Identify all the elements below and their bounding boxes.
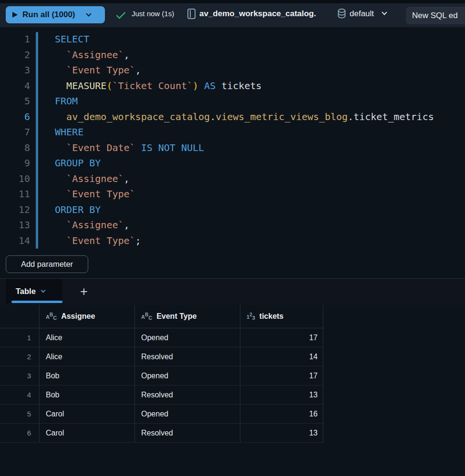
table-cell[interactable]: Alice	[40, 347, 135, 366]
catalog-selector[interactable]: av_demo_workspace_catalog.	[199, 9, 316, 19]
results-table: ABCAssigneeABCEvent Type123tickets 1Alic…	[0, 305, 324, 443]
table-cell[interactable]: Bob	[40, 366, 135, 385]
line-number: 11	[0, 186, 30, 202]
line-number: 5	[0, 93, 30, 109]
table-row: 2AliceResolved14	[0, 347, 324, 366]
table-cell[interactable]: Opened	[135, 366, 240, 385]
line-number: 10	[0, 171, 30, 187]
line-number: 12	[0, 202, 30, 218]
table-cell[interactable]: Opened	[135, 328, 240, 347]
line-number: 6	[0, 109, 30, 125]
run-all-label: Run all (1000)	[22, 10, 75, 20]
table-row: 5CarolOpened16	[0, 405, 324, 424]
table-cell[interactable]: 17	[240, 328, 323, 347]
column-header-label: Event Type	[156, 312, 196, 321]
add-parameter-button[interactable]: Add parameter	[6, 255, 88, 273]
column-header-label: Assignee	[61, 312, 95, 321]
row-number-cell[interactable]: 3	[0, 366, 40, 385]
table-body: 1AliceOpened172AliceResolved143BobOpened…	[0, 328, 324, 443]
line-number: 4	[0, 78, 30, 94]
execution-indicator-bar	[36, 32, 38, 249]
code-line[interactable]: `Assignee`,	[55, 217, 434, 233]
table-cell[interactable]: Alice	[40, 328, 135, 347]
chevron-down-icon[interactable]	[41, 288, 45, 293]
table-row: 4BobResolved13	[0, 385, 324, 405]
string-type-icon: ABC	[46, 312, 57, 321]
table-cell[interactable]: 13	[240, 385, 323, 404]
code-line[interactable]: `Event Type`;	[55, 233, 434, 249]
tab-table-label: Table	[16, 287, 36, 296]
code-line[interactable]: FROM	[55, 93, 434, 109]
toolbar: Run all (1000) Just now (1s) av_demo_wor…	[0, 0, 465, 27]
table-cell[interactable]: Carol	[40, 424, 135, 442]
table-cell[interactable]: Carol	[40, 405, 135, 423]
table-cell[interactable]: Resolved	[135, 385, 240, 404]
table-header-row: ABCAssigneeABCEvent Type123tickets	[0, 305, 324, 328]
row-number-cell[interactable]: 5	[0, 405, 40, 423]
line-number: 1	[0, 31, 30, 47]
code-line[interactable]: `Assignee`,	[55, 171, 434, 187]
table-row: 1AliceOpened17	[0, 328, 324, 347]
column-header[interactable]: ABCAssignee	[40, 305, 135, 328]
code-line[interactable]: `Event Date` IS NOT NULL	[55, 140, 434, 156]
column-header[interactable]: ABCEvent Type	[135, 305, 240, 328]
table-cell[interactable]: 14	[240, 347, 323, 366]
code-line[interactable]: MEASURE(`Ticket Count`) AS tickets	[55, 78, 434, 94]
line-number-gutter: 1234567891011121314	[0, 31, 30, 248]
table-cell[interactable]: 16	[240, 405, 323, 423]
notebook-icon	[187, 9, 196, 19]
row-number-cell[interactable]: 2	[0, 347, 40, 366]
line-number: 3	[0, 62, 30, 78]
line-number: 8	[0, 140, 30, 156]
line-number: 2	[0, 47, 30, 63]
table-cell[interactable]: 17	[240, 366, 323, 385]
code-line[interactable]: SELECT	[55, 31, 434, 47]
code-line[interactable]: WHERE	[55, 124, 434, 140]
line-number: 14	[0, 233, 30, 249]
table-cell[interactable]: Resolved	[135, 347, 240, 366]
code-line[interactable]: `Event Type`	[55, 186, 434, 202]
window-top-strip	[0, 0, 465, 3]
string-type-icon: ABC	[141, 312, 152, 321]
last-run-status: Just now (1s)	[132, 10, 174, 18]
table-row: 3BobOpened17	[0, 366, 324, 385]
line-number: 9	[0, 155, 30, 171]
active-tab-underline	[11, 301, 62, 303]
number-type-icon: 123	[247, 312, 255, 321]
sql-editor-window: Run all (1000) Just now (1s) av_demo_wor…	[0, 0, 465, 476]
code-line[interactable]: av_demo_workspace_catalog.views_metric_v…	[55, 109, 434, 125]
table-row: 6CarolResolved13	[0, 424, 324, 443]
table-cell[interactable]: Opened	[135, 405, 240, 423]
code-line[interactable]: GROUP BY	[55, 155, 434, 171]
schema-selector[interactable]: default	[350, 9, 374, 19]
code-line[interactable]: `Event Type`,	[55, 62, 434, 78]
code-line[interactable]: `Assignee`,	[55, 47, 434, 63]
table-cell[interactable]: Bob	[40, 385, 135, 404]
add-tab-button[interactable]: +	[75, 283, 93, 300]
code-lines[interactable]: SELECT `Assignee`, `Event Type`, MEASURE…	[55, 31, 434, 248]
chevron-down-icon[interactable]	[382, 10, 387, 15]
line-number: 7	[0, 124, 30, 140]
code-line[interactable]: ORDER BY	[55, 202, 434, 218]
tab-table[interactable]: Table	[6, 279, 62, 304]
run-all-button[interactable]: Run all (1000)	[6, 6, 105, 23]
chevron-down-icon[interactable]	[86, 11, 91, 16]
row-number-cell[interactable]: 6	[0, 424, 40, 442]
database-icon	[337, 8, 347, 21]
success-check-icon	[116, 10, 126, 20]
row-number-cell[interactable]: 4	[0, 385, 40, 404]
play-icon	[12, 12, 18, 18]
row-number-cell[interactable]: 1	[0, 328, 40, 347]
line-number: 13	[0, 217, 30, 233]
table-cell[interactable]: 13	[240, 424, 323, 442]
results-tab-bar: Table +	[0, 279, 465, 305]
row-number-header	[0, 305, 40, 328]
new-sql-editor-button[interactable]: New SQL ed	[406, 7, 465, 24]
table-cell[interactable]: Resolved	[135, 424, 240, 442]
code-editor[interactable]: 1234567891011121314 SELECT `Assignee`, `…	[0, 27, 465, 252]
column-header-label: tickets	[259, 312, 284, 321]
column-header[interactable]: 123tickets	[240, 305, 323, 328]
